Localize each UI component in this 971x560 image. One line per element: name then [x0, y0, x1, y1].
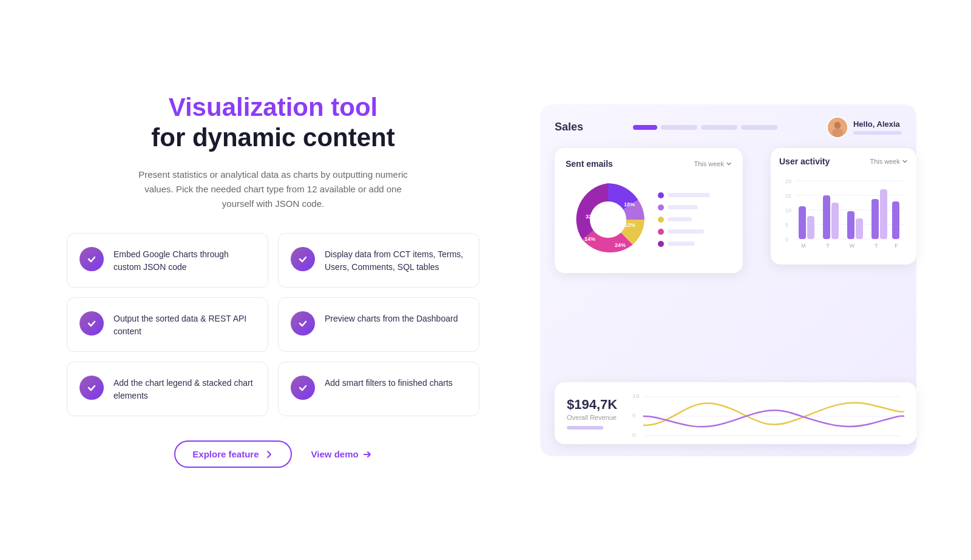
sales-header: Sales Hello, Alexia — [555, 116, 902, 138]
week-label: This week — [694, 160, 724, 167]
feature-card-preview-charts: Preview charts from the Dashboard — [278, 297, 479, 352]
svg-text:0: 0 — [785, 237, 788, 243]
svg-text:5: 5 — [632, 412, 636, 418]
legend-bar-3 — [668, 217, 692, 221]
svg-point-3 — [590, 201, 626, 238]
buttons-row: Explore feature View demo — [174, 440, 371, 468]
check-icon-chart-legend — [80, 376, 104, 400]
feature-card-chart-legend: Add the chart legend & stacked chart ele… — [67, 362, 268, 416]
user-activity-card: User activity This week 20 15 10 5 0 — [771, 148, 916, 265]
svg-text:W: W — [850, 243, 855, 249]
activity-week-label: This week — [870, 158, 900, 165]
checkmark-svg — [297, 318, 308, 329]
legend-bar-4 — [668, 229, 704, 234]
feature-text-chart-legend: Add the chart legend & stacked chart ele… — [113, 376, 255, 402]
check-icon-output-sorted — [80, 311, 104, 336]
check-icon-display-data — [291, 247, 315, 271]
page-wrapper: Visualization tool for dynamic content P… — [0, 0, 971, 560]
activity-week-selector[interactable]: This week — [870, 158, 908, 165]
svg-text:15: 15 — [785, 193, 791, 199]
svg-rect-22 — [831, 203, 839, 239]
svg-rect-20 — [807, 216, 814, 239]
feature-card-smart-filters: Add smart filters to finished charts — [278, 362, 479, 416]
svg-rect-26 — [880, 189, 887, 239]
bar-chart-svg: 20 15 10 5 0 — [779, 175, 907, 254]
svg-text:20: 20 — [785, 178, 791, 184]
checkmark-svg — [297, 254, 308, 265]
line-chart-area: 10 5 0 — [629, 392, 904, 434]
sent-emails-header: Sent emails This week — [566, 159, 732, 169]
checkmark-svg — [86, 318, 97, 329]
legend-bar-5 — [668, 241, 695, 246]
check-icon-smart-filters — [291, 376, 315, 400]
heading-purple: Visualization tool — [151, 92, 394, 123]
legend-bar-2 — [668, 205, 698, 209]
line-chart-svg: 10 5 0 — [629, 392, 904, 440]
svg-text:18%: 18% — [624, 201, 635, 207]
explore-label: Explore feature — [192, 449, 259, 459]
sales-title: Sales — [555, 121, 583, 133]
revenue-label: Overall Revenue — [567, 414, 617, 421]
feature-card-output-sorted: Output the sorted data & REST API conten… — [67, 297, 268, 352]
revenue-card: $194,7K Overall Revenue 10 5 0 — [555, 382, 916, 444]
user-activity-header: User activity This week — [779, 157, 908, 166]
svg-text:10: 10 — [785, 207, 791, 214]
feature-text-preview-charts: Preview charts from the Dashboard — [325, 311, 458, 325]
legend-bar-1 — [668, 193, 710, 197]
check-icon-embed-google — [80, 247, 104, 271]
explore-button[interactable]: Explore feature — [174, 440, 291, 468]
checkmark-svg — [86, 382, 97, 393]
feature-text-smart-filters: Add smart filters to finished charts — [325, 376, 453, 390]
legend-item-2 — [658, 204, 710, 211]
nav-pill-1 — [633, 125, 657, 130]
svg-rect-23 — [847, 211, 854, 239]
checkmark-svg — [86, 254, 97, 265]
svg-text:T: T — [826, 243, 830, 249]
svg-text:T: T — [875, 243, 878, 249]
svg-rect-19 — [799, 206, 806, 239]
feature-text-embed-google: Embed Google Charts through custom JSON … — [113, 247, 255, 274]
nav-pill-4 — [741, 125, 777, 130]
user-info: Hello, Alexia — [827, 116, 902, 138]
svg-text:24%: 24% — [615, 242, 626, 248]
user-text: Hello, Alexia — [853, 120, 902, 135]
legend-item-4 — [658, 229, 710, 235]
svg-text:10: 10 — [632, 393, 640, 399]
pie-area: 32% 18% 12% 24% 14% — [566, 177, 732, 262]
legend-dot-3 — [658, 217, 664, 223]
avatar-image — [828, 116, 847, 138]
pie-legend — [658, 192, 710, 247]
svg-text:0: 0 — [632, 431, 636, 437]
legend-dot-5 — [658, 241, 664, 247]
nav-pills — [633, 125, 777, 130]
user-activity-title: User activity — [779, 157, 830, 166]
sent-emails-title: Sent emails — [566, 159, 613, 169]
right-panel: Sales Hello, Alexia — [540, 104, 916, 456]
svg-text:F: F — [895, 243, 898, 249]
week-selector[interactable]: This week — [694, 160, 732, 167]
svg-text:12%: 12% — [624, 222, 635, 228]
revenue-progress-bar — [567, 426, 603, 430]
svg-text:14%: 14% — [584, 236, 595, 242]
demo-button[interactable]: View demo — [311, 449, 372, 459]
sent-emails-card: Sent emails This week — [555, 148, 743, 273]
svg-point-2 — [832, 128, 843, 137]
nav-pill-3 — [701, 125, 737, 130]
checkmark-svg — [297, 382, 308, 393]
legend-item-1 — [658, 192, 710, 198]
revenue-info: $194,7K Overall Revenue — [567, 397, 617, 430]
chevron-right-icon — [264, 450, 274, 459]
avatar — [827, 116, 848, 138]
legend-item-5 — [658, 241, 710, 247]
pie-chart: 32% 18% 12% 24% 14% — [566, 177, 651, 262]
hello-text: Hello, Alexia — [853, 120, 902, 129]
arrow-right-icon — [362, 450, 372, 459]
hello-sub — [853, 131, 902, 135]
check-icon-preview-charts — [291, 311, 315, 336]
left-panel: Visualization tool for dynamic content P… — [55, 92, 492, 468]
svg-rect-24 — [856, 218, 863, 239]
svg-text:M: M — [801, 243, 806, 249]
features-grid: Embed Google Charts through custom JSON … — [67, 233, 479, 416]
svg-point-1 — [834, 121, 841, 129]
legend-item-3 — [658, 217, 710, 223]
